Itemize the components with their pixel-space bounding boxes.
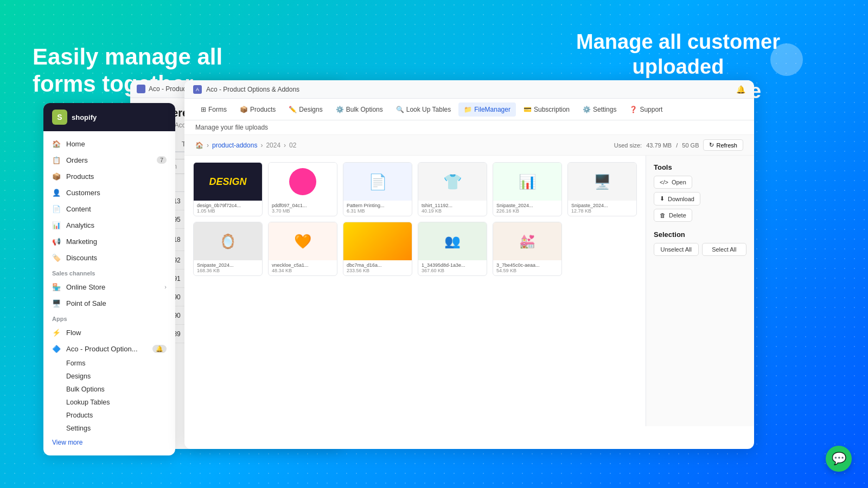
file-item[interactable]: 🧡 vneckloe_c5a1... 48.34 KB xyxy=(268,222,337,276)
people-thumb: 👥 xyxy=(418,222,487,260)
bulk-nav-icon: ⚙️ xyxy=(336,106,344,113)
sidebar-label-discounts: Discounts xyxy=(66,254,97,262)
sidebar-item-aco[interactable]: 🔷 Aco - Product Option... 🔔 xyxy=(43,341,175,357)
sidebar-item-marketing[interactable]: 📢 Marketing xyxy=(43,233,175,249)
selection-section: Selection Unselect All Select All xyxy=(654,230,746,256)
breadcrumb: 🏠 › product-addons › 2024 › 02 xyxy=(195,142,296,149)
file-name: 3_7be45c0c-aeaa... xyxy=(496,262,558,268)
chat-bubble[interactable]: 💬 xyxy=(826,446,852,472)
file-item[interactable]: 💒 3_7be45c0c-aeaa... 54.59 KB xyxy=(493,222,562,276)
sidebar-nav: 🏠 Home 📋 Orders 7 📦 Products 👤 Customers… xyxy=(43,131,175,454)
sidebar-label-analytics: Analytics xyxy=(66,221,94,229)
sidebar-item-online-store[interactable]: 🏪 Online Store › xyxy=(43,279,175,295)
aco-notification-icon: 🔔 xyxy=(152,345,167,353)
sidebar-item-flow[interactable]: ⚡ Flow xyxy=(43,324,175,341)
sidebar-item-orders[interactable]: 📋 Orders 7 xyxy=(43,152,175,168)
support-nav-icon: ❓ xyxy=(629,106,637,113)
sidebar-item-discounts[interactable]: 🏷️ Discounts xyxy=(43,249,175,266)
customers-icon: 👤 xyxy=(52,188,61,197)
unselect-all-button[interactable]: Unselect All xyxy=(654,243,699,256)
open-button[interactable]: </> Open xyxy=(654,176,692,189)
settings-sublabel: Settings xyxy=(66,425,91,432)
sidebar-sub-settings[interactable]: Settings xyxy=(43,422,175,435)
file-size: 54.59 KB xyxy=(496,268,558,273)
storage-used: 43.79 MB xyxy=(646,142,672,149)
online-store-icon: 🏪 xyxy=(52,282,61,291)
nav-lookup-label: Look Up Tables xyxy=(406,106,451,113)
file-size: 40.19 KB xyxy=(422,208,483,214)
nav-bulk-options[interactable]: ⚙️ Bulk Options xyxy=(330,102,388,117)
sidebar-label-home: Home xyxy=(66,140,85,148)
nav-forms[interactable]: ⊞ Forms xyxy=(195,102,232,117)
products-sublabel: Products xyxy=(66,412,93,419)
nav-lookup-tables[interactable]: 🔍 Look Up Tables xyxy=(391,102,457,117)
sidebar-item-analytics[interactable]: 📊 Analytics xyxy=(43,217,175,233)
refresh-icon: ↻ xyxy=(709,142,714,149)
sales-channels-label: Sales channels xyxy=(43,266,175,279)
refresh-button[interactable]: ↻ Refresh xyxy=(703,139,743,151)
file-name: vneckloe_c5a1... xyxy=(272,262,334,268)
sidebar-sub-forms[interactable]: Forms xyxy=(43,357,175,370)
sidebar-sub-lookup-tables[interactable]: Lookup Tables xyxy=(43,396,175,409)
file-item[interactable]: 🖥️ Snipaste_2024... 12.78 KB xyxy=(567,162,637,216)
nav-subscription[interactable]: 💳 Subscription xyxy=(518,102,575,117)
title-bar: A Aco - Product Options & Addons 🔔 xyxy=(184,80,754,99)
lookup-nav-icon: 🔍 xyxy=(396,106,404,113)
nav-filemanager[interactable]: 📁 FileManager xyxy=(458,102,516,117)
sidebar-item-point-of-sale[interactable]: 🖥️ Point of Sale xyxy=(43,295,175,311)
nav-designs[interactable]: ✏️ Designs xyxy=(283,102,328,117)
file-name: pddf097_04c1... xyxy=(272,203,334,208)
design-thumb: DESIGN xyxy=(194,163,262,201)
file-name: 1_34395d8d-1a3e... xyxy=(422,262,483,268)
file-upload-label: Manage your file uploads xyxy=(184,120,754,135)
forms-nav-icon: ⊞ xyxy=(201,106,206,113)
forms-sublabel: Forms xyxy=(66,359,85,367)
sidebar-item-home[interactable]: 🏠 Home xyxy=(43,136,175,152)
file-item[interactable]: 👕 tshirt_11192... 40.19 KB xyxy=(418,162,487,216)
view-more-link[interactable]: View more xyxy=(43,435,175,450)
file-grid-row2: 🪞 Snipaste_2024... 168.36 KB 🧡 vneckloe_… xyxy=(193,222,637,276)
delete-button[interactable]: 🗑 Delete xyxy=(654,209,692,222)
delete-icon: 🗑 xyxy=(660,212,666,219)
file-item[interactable]: 📊 Snipaste_2024... 226.16 KB xyxy=(493,162,562,216)
left-hero-line1: Easily manage all xyxy=(33,44,222,69)
nav-settings[interactable]: ⚙️ Settings xyxy=(577,102,622,117)
tools-section: Tools </> Open ⬇ Download 🗑 Delete xyxy=(654,163,746,222)
file-size: 1.05 MB xyxy=(197,208,259,214)
forms-panel-icon xyxy=(137,85,145,93)
chat-icon: 💬 xyxy=(832,452,846,466)
sidebar-label-customers: Customers xyxy=(66,189,100,197)
sidebar-sub-products[interactable]: Products xyxy=(43,409,175,422)
file-item[interactable]: 🪞 Snipaste_2024... 168.36 KB xyxy=(193,222,263,276)
nav-products[interactable]: 📦 Products xyxy=(234,102,281,117)
file-size: 233.56 KB xyxy=(347,268,409,273)
sidebar-label-products: Products xyxy=(66,172,94,181)
file-size: 226.16 KB xyxy=(496,208,558,214)
sidebar-label-online-store: Online Store xyxy=(66,283,105,291)
file-item[interactable]: 📄 Pattern Printing... 6.31 MB xyxy=(343,162,412,216)
right-panel: Tools </> Open ⬇ Download 🗑 Delete Selec… xyxy=(646,156,754,426)
nav-support[interactable]: ❓ Support xyxy=(624,102,668,117)
file-item[interactable]: pddf097_04c1... 3.70 MB xyxy=(268,162,337,216)
refresh-label: Refresh xyxy=(716,142,737,149)
download-button[interactable]: ⬇ Download xyxy=(654,192,700,206)
sidebar-sub-bulk-options[interactable]: Bulk Options xyxy=(43,383,175,396)
file-name: Pattern Printing... xyxy=(347,203,409,208)
file-name: dbc7ma_d16a... xyxy=(347,262,409,268)
file-item[interactable]: DESIGN design_0b79f72c4... 1.05 MB xyxy=(193,162,263,216)
file-item[interactable]: dbc7ma_d16a... 233.56 KB xyxy=(343,222,412,276)
designs-nav-icon: ✏️ xyxy=(289,106,297,113)
breadcrumb-product-addons[interactable]: product-addons xyxy=(212,142,257,149)
nav-support-label: Support xyxy=(640,106,662,113)
sidebar-label-flow: Flow xyxy=(66,329,81,337)
select-all-button[interactable]: Select All xyxy=(702,243,747,256)
sidebar-sub-designs[interactable]: Designs xyxy=(43,370,175,383)
sidebar-item-content[interactable]: 📄 Content xyxy=(43,201,175,217)
file-item[interactable]: 👥 1_34395d8d-1a3e... 367.60 KB xyxy=(418,222,487,276)
sidebar-item-products[interactable]: 📦 Products xyxy=(43,168,175,184)
sidebar-item-customers[interactable]: 👤 Customers xyxy=(43,184,175,201)
products-nav-icon: 📦 xyxy=(240,106,248,113)
breadcrumb-home-icon[interactable]: 🏠 xyxy=(195,142,203,149)
nav-settings-label: Settings xyxy=(593,106,616,113)
bell-icon[interactable]: 🔔 xyxy=(736,85,745,94)
